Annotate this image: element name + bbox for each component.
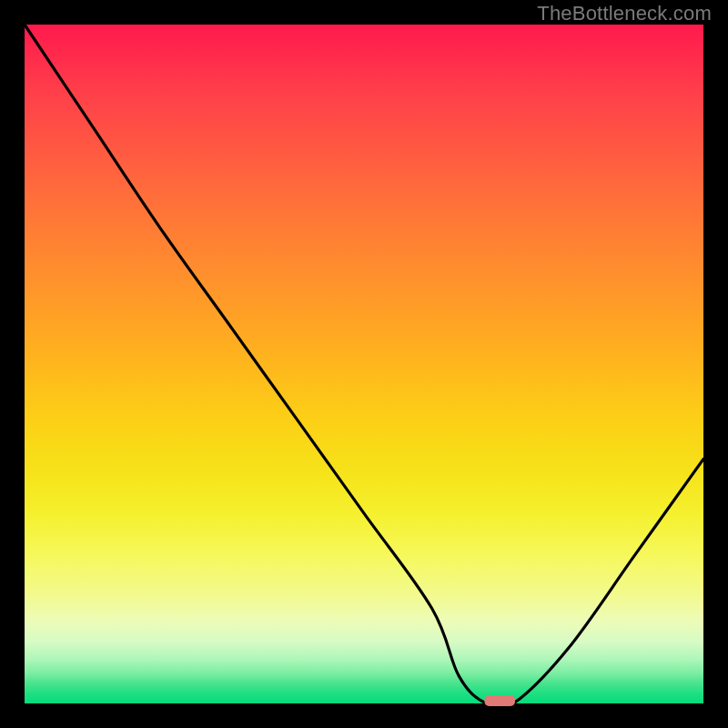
watermark-text: TheBottleneck.com (537, 2, 712, 25)
curve-line (25, 25, 703, 709)
optimal-marker (484, 695, 515, 706)
bottleneck-curve (25, 25, 703, 703)
plot-area (25, 25, 703, 703)
chart-frame: TheBottleneck.com (0, 0, 728, 728)
